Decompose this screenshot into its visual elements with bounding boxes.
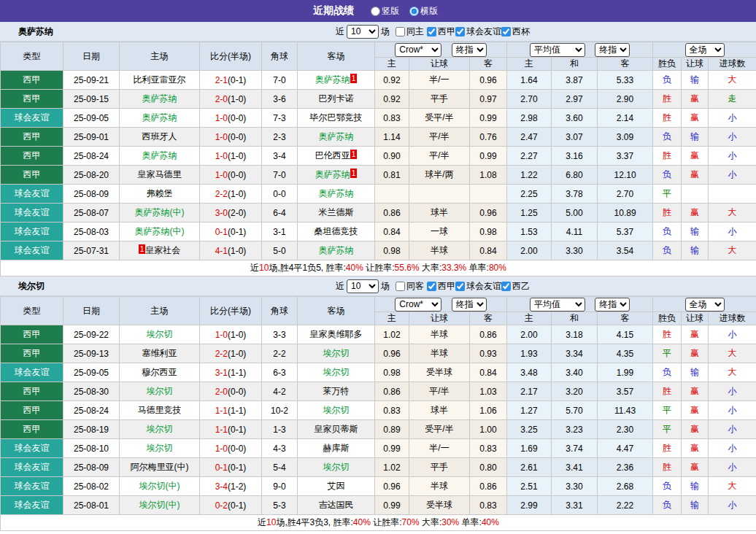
goals-cell: 大: [709, 344, 756, 363]
date-cell: 25-08-03: [63, 222, 120, 241]
odds-home-cell: 0.86: [375, 204, 409, 222]
league-filter-friendly[interactable]: 球会友谊: [455, 26, 501, 38]
score-cell: 2-1(0-1): [200, 71, 262, 90]
summary-label: 让胜率:: [363, 263, 395, 273]
corner-cell: 4-3: [262, 439, 298, 458]
horizontal-layout-radio[interactable]: [409, 7, 419, 16]
goals-cell: 大: [709, 71, 756, 90]
vertical-layout-radio[interactable]: [371, 7, 380, 16]
average-select[interactable]: 平均值: [530, 43, 585, 57]
odds-home-cell: 0.96: [375, 344, 409, 363]
league-checkbox[interactable]: [501, 27, 511, 36]
page-title: 近期战绩: [313, 4, 354, 18]
league-filter-friendly[interactable]: 球会友谊: [455, 280, 501, 293]
halftime-score: (0-0): [228, 387, 246, 397]
match-row: 球会友谊25-08-07奥萨苏纳(中)3-0(2-0)6-4米兰德斯0.86球半…: [1, 204, 756, 222]
home-team-cell: 弗赖堡: [120, 185, 200, 204]
avg-home-cell: 2.98: [507, 109, 552, 128]
league-checkbox[interactable]: [427, 27, 436, 36]
odds-away-cell: 1.08: [470, 166, 507, 185]
league-checkbox[interactable]: [455, 282, 465, 291]
same-venue-filter[interactable]: 同客: [396, 280, 424, 293]
odds-company-select[interactable]: Crow*: [395, 43, 441, 57]
team-name-text: 埃尔切: [323, 405, 350, 415]
corner-cell: 9-0: [262, 477, 298, 496]
team-name-text: 奥萨苏纳: [319, 188, 354, 198]
final-odds-select[interactable]: 终指: [452, 43, 487, 57]
team-name-text: 艾因: [328, 481, 345, 491]
odds-handicap-cell: 球半: [409, 204, 470, 222]
recent-count-select[interactable]: 10: [347, 279, 379, 293]
odds-company-select[interactable]: Crow*: [395, 298, 441, 312]
match-row: 西甲25-09-15奥萨苏纳2-0(1-0)3-6巴列卡诺0.92平手0.972…: [1, 90, 756, 109]
handicap-result-cell: 赢: [682, 420, 709, 439]
col-header-score: 比分(半场): [200, 42, 262, 71]
league-type-cell: 球会友谊: [1, 109, 63, 128]
halftime-score: (1-0): [228, 94, 246, 104]
league-checkbox-label: 西乙: [512, 280, 530, 293]
league-filter-laliga[interactable]: 西甲: [427, 280, 455, 293]
same-venue-checkbox[interactable]: [396, 282, 405, 291]
avg-away-cell: 2.90: [598, 90, 653, 109]
odds-away-cell: 0.99: [470, 147, 507, 166]
match-row: 球会友谊25-08-10埃尔切1-0(0-0)4-3赫库斯0.99半/一0.83…: [1, 439, 756, 458]
final-average-select[interactable]: 终指: [595, 298, 630, 312]
layout-option-horizontal[interactable]: 横版: [409, 5, 438, 18]
league-type-cell: 球会友谊: [1, 204, 63, 222]
odds-handicap-cell: 受平/半: [409, 109, 470, 128]
col-header-away: 客场: [298, 42, 375, 71]
handicap-result-cell: 赢: [682, 401, 709, 420]
result-cell: 负: [653, 241, 682, 260]
odds-away-cell: 0.86: [470, 325, 507, 344]
halftime-score: (1-2): [228, 481, 246, 492]
average-select[interactable]: 平均值: [530, 298, 585, 312]
fulltime-select[interactable]: 全场: [685, 43, 725, 57]
avg-draw-cell: 3.18: [552, 325, 598, 344]
avg-away-cell: 12.10: [598, 166, 653, 185]
team-name-text: 埃尔切: [147, 329, 173, 339]
halftime-score: (0-1): [228, 227, 246, 237]
odds-handicap-cell: 平手: [409, 90, 470, 109]
avg-home-cell: 1.25: [507, 204, 552, 222]
layout-option-vertical[interactable]: 竖版: [371, 5, 399, 18]
fulltime-select[interactable]: 全场: [685, 298, 725, 312]
odds-handicap-cell: [409, 185, 470, 204]
result-cell: 平: [653, 401, 682, 420]
summary-stat-value: 10: [259, 263, 269, 273]
league-filter-cup[interactable]: 西杯: [501, 26, 530, 38]
odds-group-header: Crow* 终指: [375, 297, 507, 312]
date-cell: 25-09-05: [63, 109, 120, 128]
away-team-cell: 毕尔巴鄂竞技: [298, 109, 375, 128]
summary-label: 大率:: [420, 263, 442, 273]
odds-away-cell: 0.97: [470, 90, 507, 109]
league-checkbox[interactable]: [427, 282, 436, 291]
same-venue-filter[interactable]: 同主: [396, 26, 424, 38]
league-checkbox[interactable]: [455, 27, 465, 36]
fulltime-score: 1-0: [215, 170, 228, 180]
odds-home-cell: 0.99: [375, 496, 409, 515]
recent-count-select[interactable]: 10: [347, 25, 379, 39]
league-filter-segunda[interactable]: 西乙: [501, 280, 530, 293]
league-checkbox[interactable]: [501, 282, 511, 291]
league-filter-laliga[interactable]: 西甲: [427, 26, 455, 38]
corner-cell: 2-2: [262, 344, 298, 363]
team-name-2: 埃尔切: [18, 280, 45, 293]
final-odds-select[interactable]: 终指: [452, 298, 487, 312]
score-cell: 2-0(1-0): [200, 90, 262, 109]
home-team-cell: 马德里竞技: [120, 401, 200, 420]
same-venue-checkbox[interactable]: [396, 27, 405, 36]
odds-handicap-cell: 平/半: [409, 382, 470, 401]
col-header-type: 类型: [1, 297, 63, 325]
handicap-result-cell: 赢: [682, 166, 709, 185]
summary-stat-value: 33.3%: [441, 263, 466, 273]
avg-draw-cell: 3.60: [552, 109, 598, 128]
team-name-text: 马德里竞技: [138, 405, 182, 415]
result-cell: 负: [653, 166, 682, 185]
final-average-select[interactable]: 终指: [595, 43, 630, 57]
home-team-cell: 奥萨苏纳(中): [120, 204, 200, 222]
goals-cell: 小: [709, 128, 756, 147]
date-cell: 25-08-09: [63, 458, 120, 477]
fulltime-score: 0-1: [215, 463, 228, 473]
col-header-goals: 进球数: [709, 58, 756, 71]
league-type-cell: 球会友谊: [1, 241, 63, 260]
